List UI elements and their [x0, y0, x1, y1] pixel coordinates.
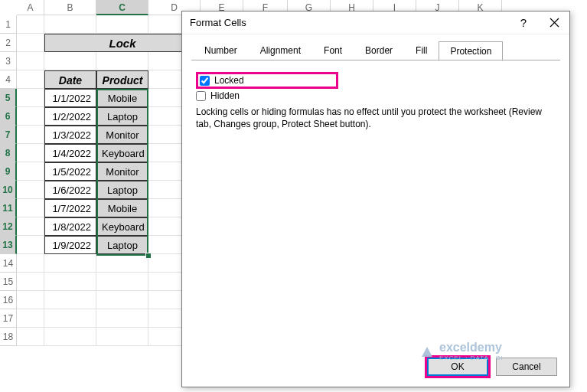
protection-help-text: Locking cells or hiding formulas has no … — [196, 106, 556, 130]
row-header-3[interactable]: 3 — [0, 52, 17, 70]
cell-B17[interactable] — [44, 309, 96, 328]
cell-A1[interactable] — [17, 15, 44, 34]
cell-A11[interactable] — [17, 199, 44, 217]
cell-C18[interactable] — [96, 328, 148, 346]
cell-B18[interactable] — [44, 328, 96, 346]
cell-C4[interactable]: Product — [96, 70, 148, 89]
row-header-5[interactable]: 5 — [0, 89, 17, 107]
cell-C3[interactable] — [96, 52, 148, 70]
help-button[interactable]: ? — [508, 11, 539, 34]
tab-fill[interactable]: Fill — [404, 41, 439, 60]
cell-C5[interactable]: Mobile — [96, 89, 148, 107]
cell-B5[interactable]: 1/1/2022 — [44, 89, 96, 107]
dialog-tabs: NumberAlignmentFontBorderFillProtection — [182, 34, 569, 60]
row-header-11[interactable]: 11 — [0, 199, 17, 217]
dialog-titlebar: Format Cells ? — [182, 11, 569, 34]
tab-protection[interactable]: Protection — [439, 41, 503, 61]
cell-B15[interactable] — [44, 273, 96, 291]
row-header-12[interactable]: 12 — [0, 217, 17, 236]
cell-A2[interactable] — [17, 34, 44, 52]
tab-border[interactable]: Border — [354, 41, 404, 60]
row-header-10[interactable]: 10 — [0, 181, 17, 199]
ok-button[interactable]: OK — [427, 358, 488, 376]
cell-B11[interactable]: 1/7/2022 — [44, 199, 96, 217]
row-header-6[interactable]: 6 — [0, 107, 17, 126]
cell-C10[interactable]: Laptop — [96, 181, 148, 199]
locked-label: Locked — [214, 75, 244, 86]
cell-B12[interactable]: 1/8/2022 — [44, 217, 96, 236]
cell-B8[interactable]: 1/4/2022 — [44, 144, 96, 162]
dialog-body: Locked Hidden Locking cells or hiding fo… — [182, 61, 569, 141]
format-cells-dialog: Format Cells ? NumberAlignmentFontBorder… — [181, 11, 570, 387]
cell-C13[interactable]: Laptop — [96, 236, 148, 254]
cell-B16[interactable] — [44, 291, 96, 309]
col-header-A[interactable]: A — [17, 0, 44, 15]
cell-A14[interactable] — [17, 254, 44, 273]
cell-C6[interactable]: Laptop — [96, 107, 148, 126]
row-header-4[interactable]: 4 — [0, 70, 17, 89]
close-icon — [549, 18, 559, 28]
fill-handle[interactable] — [145, 253, 152, 259]
cell-C1[interactable] — [96, 15, 148, 34]
cell-B13[interactable]: 1/9/2022 — [44, 236, 96, 254]
dialog-title: Format Cells — [190, 17, 508, 28]
cell-B4[interactable]: Date — [44, 70, 96, 89]
row-header-15[interactable]: 15 — [0, 273, 17, 291]
row-header-14[interactable]: 14 — [0, 254, 17, 273]
cell-A12[interactable] — [17, 217, 44, 236]
cancel-button[interactable]: Cancel — [496, 358, 557, 376]
row-header-2[interactable]: 2 — [0, 34, 17, 52]
cell-C8[interactable]: Keyboard — [96, 144, 148, 162]
hidden-checkbox[interactable] — [196, 91, 206, 101]
cell-C15[interactable] — [96, 273, 148, 291]
row-header-18[interactable]: 18 — [0, 328, 17, 346]
row-header-13[interactable]: 13 — [0, 236, 17, 254]
col-header-C[interactable]: C — [96, 0, 148, 15]
locked-highlight: Locked — [196, 72, 338, 89]
cell-B9[interactable]: 1/5/2022 — [44, 162, 96, 181]
row-header-16[interactable]: 16 — [0, 291, 17, 309]
col-header-B[interactable]: B — [44, 0, 96, 15]
cell-B3[interactable] — [44, 52, 96, 70]
cell-B1[interactable] — [44, 15, 96, 34]
cell-A15[interactable] — [17, 273, 44, 291]
cell-B10[interactable]: 1/6/2022 — [44, 181, 96, 199]
row-header-17[interactable]: 17 — [0, 309, 17, 328]
tab-font[interactable]: Font — [312, 41, 354, 60]
cell-A10[interactable] — [17, 181, 44, 199]
cell-A13[interactable] — [17, 236, 44, 254]
cell-A7[interactable] — [17, 126, 44, 144]
cell-B2[interactable]: Lock — [44, 34, 201, 52]
hidden-label: Hidden — [210, 90, 240, 101]
row-headers: 123456789101112131415161718 — [0, 15, 17, 346]
cell-C16[interactable] — [96, 291, 148, 309]
cell-C7[interactable]: Monitor — [96, 126, 148, 144]
tab-alignment[interactable]: Alignment — [249, 41, 312, 60]
cell-A4[interactable] — [17, 70, 44, 89]
cell-A17[interactable] — [17, 309, 44, 328]
cell-A6[interactable] — [17, 107, 44, 126]
cell-A8[interactable] — [17, 144, 44, 162]
locked-checkbox[interactable] — [200, 76, 210, 86]
cell-B14[interactable] — [44, 254, 96, 273]
close-button[interactable] — [539, 11, 569, 34]
cell-A16[interactable] — [17, 291, 44, 309]
tab-number[interactable]: Number — [193, 41, 249, 60]
cell-B6[interactable]: 1/2/2022 — [44, 107, 96, 126]
cell-C9[interactable]: Monitor — [96, 162, 148, 181]
cell-C14[interactable] — [96, 254, 148, 273]
cell-A5[interactable] — [17, 89, 44, 107]
row-header-7[interactable]: 7 — [0, 126, 17, 144]
row-header-9[interactable]: 9 — [0, 162, 17, 181]
cell-A3[interactable] — [17, 52, 44, 70]
dialog-buttons: OK Cancel — [427, 358, 557, 376]
cell-B7[interactable]: 1/3/2022 — [44, 126, 96, 144]
cell-C11[interactable]: Mobile — [96, 199, 148, 217]
row-header-8[interactable]: 8 — [0, 144, 17, 162]
row-header-1[interactable]: 1 — [0, 15, 17, 34]
cell-A18[interactable] — [17, 328, 44, 346]
cell-C17[interactable] — [96, 309, 148, 328]
cell-A9[interactable] — [17, 162, 44, 181]
cell-C12[interactable]: Keyboard — [96, 217, 148, 236]
